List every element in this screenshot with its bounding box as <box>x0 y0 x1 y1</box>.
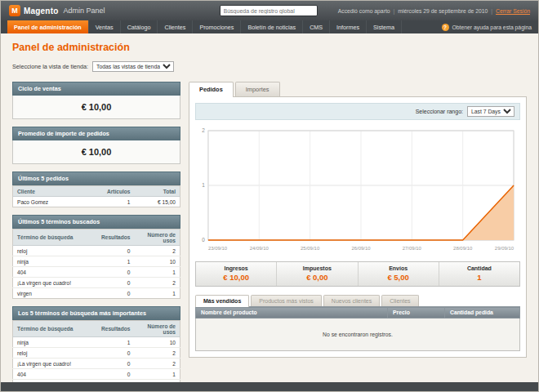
help-label: Obtener ayuda para esta página <box>452 24 532 30</box>
store-view-label: Seleccione la vista de tienda: <box>12 63 88 70</box>
stat-value: € 10,00 <box>196 273 276 282</box>
nav-item-boletin[interactable]: Boletín de noticias <box>241 20 303 33</box>
table-row: reloj02 <box>13 348 180 359</box>
last-search-terms-section: Últimos 5 términos buscados Término de b… <box>12 215 180 299</box>
help-icon: ? <box>442 24 449 31</box>
stat-label: Envíos <box>359 265 439 271</box>
stat-value: 1 <box>439 273 519 282</box>
magento-logo: M Magento Admin Panel <box>9 5 105 16</box>
grid-column-precio[interactable]: Precio <box>388 307 445 318</box>
svg-text:28/09/10: 28/09/10 <box>453 246 473 251</box>
orders-chart-container: 01223/09/1024/09/1025/09/1026/09/1027/09… <box>195 126 520 255</box>
stat-impuestos: Impuestos € 0,00 <box>276 262 357 286</box>
average-order-value: € 10,00 <box>12 140 180 164</box>
footer <box>1 382 538 391</box>
nav-item-clientes[interactable]: Clientes <box>158 20 193 33</box>
grid-column-cantidad[interactable]: Cantidad pedida <box>445 307 520 318</box>
table-row: ¡La virgen que cuadro!02 <box>13 278 180 288</box>
chart-tabs: Pedidos Importes <box>189 82 527 96</box>
tab-pedidos[interactable]: Pedidos <box>189 82 234 97</box>
nav-item-ventas[interactable]: Ventas <box>89 20 121 33</box>
magento-admin-page: M Magento Admin Panel Accedió como apart… <box>0 0 539 392</box>
page-help-link[interactable]: ? Obtener ayuda para esta página <box>442 20 532 33</box>
section-title: Promedio de importe de pedidos <box>12 127 180 140</box>
top-search-terms-section: Los 5 términos de búsqueda más important… <box>12 306 180 382</box>
main-nav: Panel de administración Ventas Catálogo … <box>1 20 538 33</box>
stat-value: € 5,00 <box>359 273 439 282</box>
last-orders-table: Cliente Artículos Total Paco Gomez1€ 15,… <box>12 185 180 207</box>
header: M Magento Admin Panel Accedió como apart… <box>1 1 538 20</box>
range-selector-row: Seleccionar rango: Last 7 Days <box>195 103 520 120</box>
column-header: Término de búsqueda <box>13 229 97 246</box>
magento-logo-icon: M <box>9 5 20 16</box>
grid-column-producto[interactable]: Nombre del producto <box>196 307 388 318</box>
lifetime-sales-section: Ciclo de ventas € 10,00 <box>12 82 180 119</box>
range-label: Seleccionar rango: <box>416 109 463 114</box>
svg-text:27/09/10: 27/09/10 <box>403 246 422 251</box>
column-header: Número de usos <box>135 229 180 246</box>
table-row: Paco Gomez1€ 15,00 <box>13 197 180 207</box>
chart-panel: Seleccionar rango: Last 7 Days 01223/09/… <box>189 96 527 358</box>
section-title: Los 5 términos de búsqueda más important… <box>12 306 180 320</box>
orders-area-chart: 01223/09/1024/09/1025/09/1026/09/1027/09… <box>195 126 520 255</box>
table-row: 40401 <box>13 267 180 278</box>
stat-label: Cantidad <box>439 265 519 271</box>
column-header: Artículos <box>99 186 135 197</box>
logout-link[interactable]: Cerrar Sesión <box>496 8 530 14</box>
section-title: Últimos 5 términos buscados <box>12 215 180 229</box>
table-row: ninja110 <box>13 256 180 267</box>
stat-cantidad: Cantidad 1 <box>439 262 519 286</box>
column-header: Término de búsqueda <box>13 321 97 337</box>
column-header: Total <box>135 186 180 197</box>
logo-subtitle: Admin Panel <box>64 7 105 15</box>
table-row: ¡La virgen que cuadro!02 <box>13 359 180 369</box>
stat-value: € 0,00 <box>277 273 357 282</box>
average-order-section: Promedio de importe de pedidos € 10,00 <box>12 127 180 164</box>
logged-in-as-text: Accedió como aparto <box>338 8 390 14</box>
empty-grid-message: No se encontraron registros. <box>196 318 520 351</box>
table-row: 40401 <box>13 369 180 380</box>
nav-item-catalogo[interactable]: Catálogo <box>121 20 158 33</box>
stat-envios: Envíos € 5,00 <box>358 262 439 286</box>
stat-label: Impuestos <box>277 265 357 271</box>
svg-text:29/09/10: 29/09/10 <box>495 246 514 251</box>
right-column: Pedidos Importes Seleccionar rango: Last… <box>189 82 527 358</box>
tab-clientes[interactable]: Clientes <box>381 295 418 306</box>
separator: | <box>394 8 395 14</box>
last-orders-section: Últimos 5 pedidos Cliente Artículos Tota… <box>12 172 180 207</box>
column-header: Número de usos <box>135 321 180 337</box>
svg-text:2: 2 <box>202 127 205 133</box>
bestsellers-grid: Nombre del producto Precio Cantidad pedi… <box>195 306 520 351</box>
current-date-text: miércoles 29 de septiembre de 2010 <box>398 8 488 14</box>
tab-nuevos-clientes[interactable]: Nuevos clientes <box>323 295 380 306</box>
logo-text: Magento <box>24 7 59 16</box>
range-select[interactable]: Last 7 Days <box>467 106 514 117</box>
nav-item-sistema[interactable]: Sistema <box>367 20 402 33</box>
lifetime-sales-value: € 10,00 <box>12 96 180 119</box>
dashboard-columns: Ciclo de ventas € 10,00 Promedio de impo… <box>12 82 527 382</box>
nav-item-promociones[interactable]: Promociones <box>193 20 241 33</box>
table-row: virgen01 <box>13 288 180 299</box>
section-title: Últimos 5 pedidos <box>12 172 180 185</box>
svg-text:26/09/10: 26/09/10 <box>351 246 371 251</box>
left-column: Ciclo de ventas € 10,00 Promedio de impo… <box>12 82 180 382</box>
nav-item-cms[interactable]: CMS <box>303 20 330 33</box>
column-header: Resultados <box>97 229 135 246</box>
nav-item-dashboard[interactable]: Panel de administración <box>7 20 89 33</box>
svg-text:23/09/10: 23/09/10 <box>208 246 228 251</box>
tab-mas-vendidos[interactable]: Más vendidos <box>195 295 249 307</box>
tab-productos-mas-vistos[interactable]: Productos más vistos <box>251 295 322 306</box>
column-header: Resultados <box>97 321 135 337</box>
table-row: ninja110 <box>13 337 180 348</box>
column-header: Cliente <box>13 186 99 197</box>
tab-importes[interactable]: Importes <box>235 82 280 96</box>
store-view-select[interactable]: Todas las vistas de tienda <box>92 61 174 72</box>
svg-text:24/09/10: 24/09/10 <box>250 246 270 251</box>
top-search-terms-table: Término de búsqueda Resultados Número de… <box>12 320 180 382</box>
bottom-tabs: Más vendidos Productos más vistos Nuevos… <box>195 295 520 306</box>
store-view-switcher: Seleccione la vista de tienda: Todas las… <box>12 61 527 72</box>
nav-item-informes[interactable]: Informes <box>330 20 367 33</box>
separator: | <box>491 8 492 14</box>
svg-text:1: 1 <box>202 182 205 188</box>
global-search-input[interactable] <box>220 5 318 16</box>
